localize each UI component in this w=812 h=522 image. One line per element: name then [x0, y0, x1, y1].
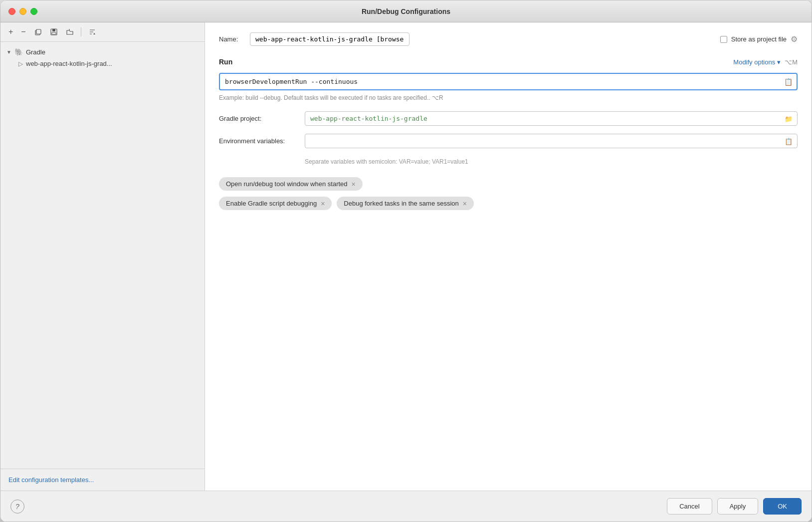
tag-forked-tasks-label: Debug forked tasks in the same session: [344, 200, 459, 207]
tag-open-window: Open run/debug tool window when started …: [219, 177, 363, 191]
name-input[interactable]: [250, 32, 409, 46]
tag-row-2: Enable Gradle script debugging × Debug f…: [219, 197, 798, 210]
tag-forked-tasks-close[interactable]: ×: [463, 200, 467, 207]
sidebar: + −: [0, 22, 205, 491]
folder-browse-icon[interactable]: 📁: [785, 115, 793, 122]
run-hint-text: Example: build --debug. Default tasks wi…: [219, 94, 798, 101]
env-variables-input[interactable]: [305, 134, 798, 148]
env-variables-input-container: 📋: [305, 134, 798, 148]
run-debug-dialog: Run/Debug Configurations + −: [0, 0, 812, 522]
gear-icon[interactable]: ⚙: [791, 34, 798, 44]
dropdown-chevron-icon: ▾: [777, 58, 781, 66]
save-configuration-button[interactable]: [48, 27, 60, 37]
run-section-title: Run: [219, 58, 232, 66]
tag-gradle-debugging-label: Enable Gradle script debugging: [226, 200, 317, 207]
run-input-container: 📋: [219, 73, 798, 90]
tag-forked-tasks: Debug forked tasks in the same session ×: [337, 197, 474, 210]
keyboard-shortcut: ⌥M: [785, 58, 798, 66]
add-configuration-button[interactable]: +: [6, 26, 15, 37]
modify-options-label: Modify options: [733, 58, 775, 66]
copy-configuration-button[interactable]: [32, 27, 44, 37]
store-project-label: Store as project file: [731, 35, 787, 43]
ok-button[interactable]: OK: [763, 498, 802, 515]
tree-child-icon: ▷: [18, 60, 23, 67]
store-project-checkbox[interactable]: [720, 36, 727, 43]
gradle-project-row: Gradle project: 📁: [219, 111, 798, 126]
gradle-icon: 🐘: [14, 48, 23, 56]
tree-section: ▼ 🐘 Gradle ▷ web-app-react-kotlin-js-gra…: [0, 42, 204, 469]
svg-rect-3: [52, 29, 55, 31]
tree-expand-arrow: ▼: [6, 49, 11, 55]
tree-child-label: web-app-react-kotlin-js-grad...: [26, 60, 112, 67]
traffic-lights: [8, 8, 37, 15]
maximize-button[interactable]: [30, 8, 37, 15]
tree-child-item[interactable]: ▷ web-app-react-kotlin-js-grad...: [0, 58, 204, 69]
env-clipboard-icon[interactable]: 📋: [785, 137, 793, 145]
tree-parent-label: Gradle: [26, 48, 45, 56]
sort-button[interactable]: [86, 27, 98, 37]
env-hint-text: Separate variables with semicolon: VAR=v…: [305, 158, 798, 165]
run-input[interactable]: [219, 73, 798, 90]
folder-button[interactable]: [64, 27, 76, 37]
bottom-bar: ? Cancel Apply OK: [0, 491, 812, 522]
cancel-button[interactable]: Cancel: [667, 498, 712, 515]
run-section-header: Run Modify options ▾ ⌥M: [219, 58, 798, 66]
title-bar: Run/Debug Configurations: [0, 0, 812, 22]
help-button[interactable]: ?: [10, 500, 24, 514]
tag-row-1: Open run/debug tool window when started …: [219, 177, 798, 191]
gradle-project-input[interactable]: [305, 111, 798, 126]
name-row: Name: Store as project file ⚙: [219, 32, 798, 46]
gradle-project-input-container: 📁: [305, 111, 798, 126]
tag-gradle-debugging: Enable Gradle script debugging ×: [219, 197, 332, 210]
minimize-button[interactable]: [19, 8, 26, 15]
toolbar: + −: [0, 22, 204, 42]
close-button[interactable]: [8, 8, 15, 15]
tree-parent-gradle[interactable]: ▼ 🐘 Gradle: [0, 46, 204, 58]
tags-section: Open run/debug tool window when started …: [219, 177, 798, 210]
window-title: Run/Debug Configurations: [362, 7, 450, 15]
modify-options-button[interactable]: Modify options ▾: [733, 58, 781, 66]
tag-open-window-close[interactable]: ×: [352, 181, 356, 188]
toolbar-divider: [81, 27, 81, 36]
name-label: Name:: [219, 35, 244, 43]
right-panel: Name: Store as project file ⚙ Run Modify…: [205, 22, 812, 491]
remove-configuration-button[interactable]: −: [19, 26, 27, 37]
apply-button[interactable]: Apply: [717, 498, 759, 515]
main-content: + −: [0, 22, 812, 491]
tag-gradle-debugging-close[interactable]: ×: [321, 200, 325, 207]
store-project-area: Store as project file ⚙: [720, 34, 798, 44]
svg-rect-1: [36, 29, 41, 34]
env-variables-row: Environment variables: 📋: [219, 134, 798, 148]
svg-rect-4: [52, 32, 56, 34]
sidebar-footer: Edit configuration templates...: [0, 469, 204, 491]
clipboard-icon[interactable]: 📋: [784, 78, 793, 86]
edit-templates-link[interactable]: Edit configuration templates...: [8, 476, 94, 484]
env-variables-label: Environment variables:: [219, 137, 299, 145]
gradle-project-label: Gradle project:: [219, 115, 299, 122]
tag-open-window-label: Open run/debug tool window when started: [226, 180, 348, 188]
bottom-buttons: Cancel Apply OK: [667, 498, 802, 515]
